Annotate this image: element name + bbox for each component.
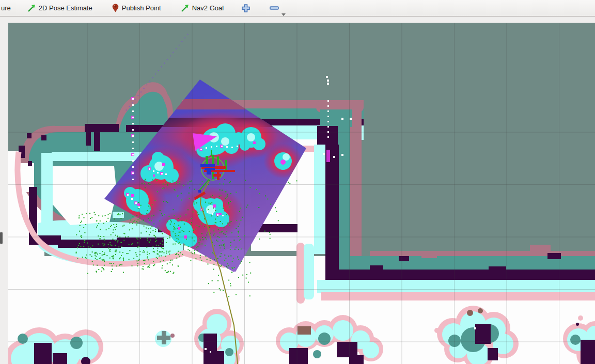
measure-tool-label: ure <box>1 4 11 12</box>
nav2-goal-label: Nav2 Goal <box>192 4 224 12</box>
plus-icon <box>241 4 250 13</box>
remove-tool-button[interactable] <box>266 2 283 15</box>
add-tool-button[interactable] <box>238 2 254 15</box>
green-arrow-icon <box>27 4 36 12</box>
panel-splitter-handle[interactable] <box>0 232 3 244</box>
measure-tool-button[interactable]: ure <box>0 2 14 15</box>
pose-estimate-label: 2D Pose Estimate <box>39 4 92 12</box>
dropdown-caret-icon[interactable] <box>281 13 286 16</box>
nav2-goal-button[interactable]: Nav2 Goal <box>178 2 227 15</box>
pose-estimate-button[interactable]: 2D Pose Estimate <box>24 2 96 15</box>
map-scene <box>8 23 595 364</box>
red-pin-icon <box>112 4 119 12</box>
publish-point-label: Publish Point <box>122 4 161 12</box>
render-viewport[interactable] <box>8 23 595 364</box>
publish-point-button[interactable]: Publish Point <box>109 2 164 15</box>
rviz-toolbar: ure 2D Pose Estimate Publish Point <box>0 0 595 17</box>
minus-icon <box>269 4 279 13</box>
green-arrow-icon <box>181 4 189 12</box>
